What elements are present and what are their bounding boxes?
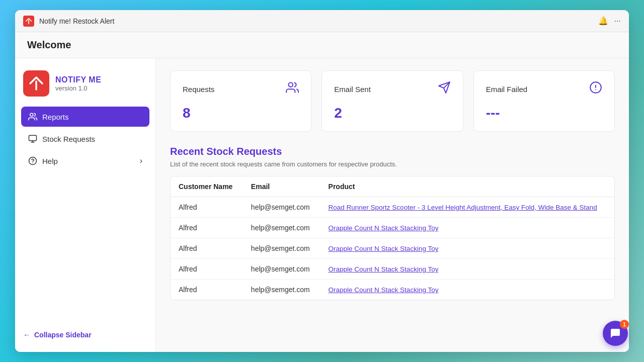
cell-customer-name: Alfred: [171, 197, 243, 218]
stat-card-email-sent: Email Sent 2: [321, 70, 463, 132]
col-email: Email: [243, 176, 320, 197]
brand-logo-icon: [23, 70, 49, 97]
col-product: Product: [320, 176, 614, 197]
cell-product[interactable]: Orapple Count N Stack Stacking Toy: [320, 238, 614, 259]
cell-customer-name: Alfred: [171, 259, 243, 280]
email-sent-icon: [438, 81, 451, 97]
cell-email: help@semget.com: [243, 238, 320, 259]
sidebar-item-help[interactable]: Help ›: [21, 151, 149, 171]
email-sent-value: 2: [334, 105, 450, 121]
cell-customer-name: Alfred: [171, 218, 243, 238]
collapse-arrow-icon: ←: [23, 331, 30, 339]
email-sent-label: Email Sent: [334, 85, 371, 94]
section-desc: List of the recent stock requests came f…: [170, 160, 615, 168]
brand-version: version 1.0: [55, 84, 101, 92]
welcome-bar: Welcome: [15, 32, 629, 58]
cell-email: help@semget.com: [243, 218, 320, 238]
reports-label: Reports: [42, 113, 69, 121]
welcome-title: Welcome: [27, 39, 617, 51]
table-row: Alfredhelp@semget.comOrapple Count N Sta…: [171, 280, 614, 300]
col-customer-name: Customer Name: [171, 176, 243, 197]
requests-value: 8: [183, 105, 299, 121]
help-arrow-icon: ›: [140, 156, 142, 165]
email-failed-value: ---: [486, 105, 602, 121]
recent-section: Recent Stock Requests List of the recent…: [170, 146, 615, 300]
stock-requests-label: Stock Requests: [42, 135, 95, 143]
titlebar: Notify me! Restock Alert 🔔 ···: [15, 10, 629, 32]
notification-icon[interactable]: 🔔: [598, 16, 608, 26]
reports-icon: [28, 112, 37, 121]
svg-point-0: [30, 113, 33, 116]
stat-card-requests: Requests 8: [170, 70, 311, 132]
section-title: Recent Stock Requests: [170, 146, 615, 157]
sidebar-item-stock-requests[interactable]: Stock Requests: [21, 129, 149, 149]
svg-rect-1: [29, 135, 37, 141]
svg-point-6: [289, 82, 293, 87]
sidebar-item-reports[interactable]: Reports: [21, 107, 149, 127]
sidebar: NOTIFY ME version 1.0 Reports: [15, 58, 156, 352]
stats-row: Requests 8: [170, 70, 615, 132]
collapse-label: Collapse Sidebar: [34, 331, 92, 339]
email-failed-label: Email Failed: [486, 85, 528, 94]
table-row: Alfredhelp@semget.comOrapple Count N Sta…: [171, 238, 614, 259]
stock-requests-table: Customer Name Email Product Alfredhelp@s…: [170, 176, 615, 300]
cell-email: help@semget.com: [243, 259, 320, 280]
collapse-sidebar-button[interactable]: ← Collapse Sidebar: [21, 326, 149, 344]
app-window: Notify me! Restock Alert 🔔 ··· Welcome N…: [15, 10, 629, 352]
main-layout: NOTIFY ME version 1.0 Reports: [15, 58, 629, 352]
table-row: Alfredhelp@semget.comRoad Runner Sportz …: [171, 197, 614, 218]
table-row: Alfredhelp@semget.comOrapple Count N Sta…: [171, 218, 614, 238]
main-content: Requests 8: [156, 58, 629, 352]
table-row: Alfredhelp@semget.comOrapple Count N Sta…: [171, 259, 614, 280]
brand-name: NOTIFY ME: [55, 75, 101, 84]
cell-customer-name: Alfred: [171, 238, 243, 259]
stock-requests-icon: [28, 134, 37, 143]
table-header-row: Customer Name Email Product: [171, 176, 614, 197]
cell-product[interactable]: Road Runner Sportz Scooter - 3 Level Hei…: [320, 197, 614, 218]
stat-card-email-failed: Email Failed ---: [473, 70, 615, 132]
help-label: Help: [42, 157, 58, 165]
requests-label: Requests: [183, 85, 214, 94]
cell-email: help@semget.com: [243, 197, 320, 218]
cell-product[interactable]: Orapple Count N Stack Stacking Toy: [320, 218, 614, 238]
more-icon[interactable]: ···: [614, 17, 621, 26]
cell-product[interactable]: Orapple Count N Stack Stacking Toy: [320, 280, 614, 300]
cell-customer-name: Alfred: [171, 280, 243, 300]
cell-email: help@semget.com: [243, 280, 320, 300]
titlebar-actions: 🔔 ···: [598, 16, 621, 26]
cell-product[interactable]: Orapple Count N Stack Stacking Toy: [320, 259, 614, 280]
chat-button[interactable]: 1: [603, 321, 628, 346]
titlebar-title: Notify me! Restock Alert: [39, 17, 593, 25]
help-icon: [28, 156, 37, 165]
brand: NOTIFY ME version 1.0: [21, 66, 149, 107]
email-failed-icon: [589, 81, 602, 97]
brand-text: NOTIFY ME version 1.0: [55, 75, 101, 92]
chat-badge: 1: [620, 320, 629, 329]
requests-icon: [286, 81, 299, 97]
app-logo-icon: [23, 16, 34, 27]
